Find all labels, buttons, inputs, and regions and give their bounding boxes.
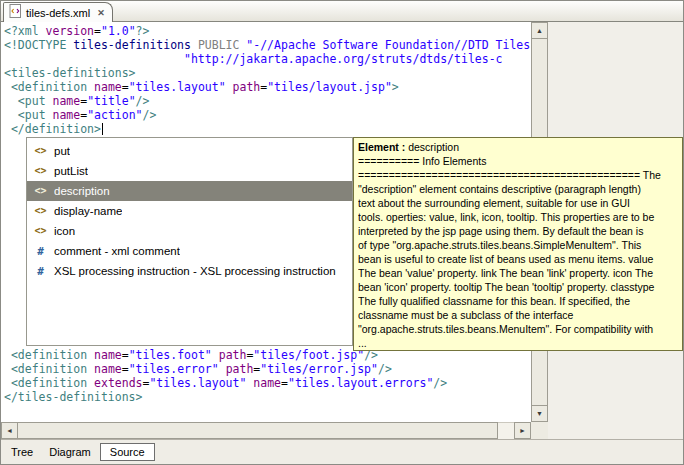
doc-line: bean 'icon' property. tooltip The bean '…: [358, 280, 678, 294]
completion-label: description: [54, 185, 110, 197]
code-line: <?xml version="1.0"?>: [4, 24, 531, 38]
xml-file-icon: [9, 4, 22, 22]
doc-line: ========================================…: [358, 168, 678, 182]
completion-label: XSL processing instruction - XSL process…: [54, 265, 336, 277]
code-line: <!DOCTYPE tiles-definitions PUBLIC "-//A…: [4, 38, 531, 52]
code-line: <put name="action"/>: [4, 108, 531, 122]
doc-line: bean is useful to create list of beans u…: [358, 252, 678, 266]
xml-element-icon: <>: [33, 226, 48, 236]
content-assist-popup: <>put<>putList<>description<>display-nam…: [26, 137, 353, 346]
completion-item[interactable]: <>display-name: [27, 201, 352, 221]
xml-element-icon: <>: [33, 146, 48, 156]
horizontal-scrollbar[interactable]: ◄ ►: [1, 422, 531, 439]
tab-diagram[interactable]: Diagram: [42, 444, 98, 460]
editor-page-tabs: TreeDiagramSource: [1, 439, 683, 464]
editor-tab-tiles-defs[interactable]: tiles-defs.xml ✕: [3, 2, 113, 22]
code-block-bottom: <definition name="tiles.foot" path="tile…: [4, 348, 447, 404]
completion-item[interactable]: #comment - xml comment: [27, 241, 352, 261]
code-line: <tiles-definitions>: [4, 66, 531, 80]
code-line: <definition extends="tiles.layout" name=…: [4, 376, 447, 390]
code-line: "http://jakarta.apache.org/struts/dtds/t…: [4, 52, 531, 66]
xml-element-icon: <>: [33, 186, 48, 196]
code-line: <definition name="tiles.layout" path="ti…: [4, 80, 531, 94]
completion-item[interactable]: #XSL processing instruction - XSL proces…: [27, 261, 352, 281]
completion-item[interactable]: <>putList: [27, 161, 352, 181]
doc-line: "description" element contains descripti…: [358, 182, 678, 196]
scroll-right-button[interactable]: ►: [514, 422, 531, 439]
editor-pane: tiles-defs.xml ✕ <?xml version="1.0"?><!…: [0, 0, 684, 465]
scroll-down-button[interactable]: ▼: [531, 405, 548, 422]
doc-line: text about the surrounding element, suit…: [358, 196, 678, 210]
xml-comment-icon: #: [33, 266, 48, 277]
code-line: <definition name="tiles.error" path="til…: [4, 362, 447, 376]
text-cursor: [102, 123, 103, 135]
doc-line: of type "org.apache.struts.tiles.beans.S…: [358, 238, 678, 252]
doc-line: "org.apache.struts.tiles.beans.MenuItem"…: [358, 322, 678, 336]
xml-element-icon: <>: [33, 206, 48, 216]
xml-element-icon: <>: [33, 166, 48, 176]
xml-comment-icon: #: [33, 246, 48, 257]
scroll-left-button[interactable]: ◄: [1, 422, 18, 439]
doc-line: tools. operties: value, link, icon, tool…: [358, 210, 678, 224]
documentation-tooltip: Element : description ========== Info El…: [353, 137, 683, 351]
completion-item[interactable]: <>icon: [27, 221, 352, 241]
doc-body: ========== Info Elements================…: [358, 154, 678, 350]
scrollbar-corner: [531, 422, 548, 439]
completion-label: putList: [54, 165, 88, 177]
tab-close-icon[interactable]: ✕: [97, 8, 105, 18]
completion-label: display-name: [54, 205, 122, 217]
tab-tree[interactable]: Tree: [4, 444, 40, 460]
completion-label: comment - xml comment: [54, 245, 180, 257]
completion-label: icon: [54, 225, 75, 237]
doc-title: Element : description: [358, 140, 678, 154]
doc-line: classname must be a subclass of the inte…: [358, 308, 678, 322]
doc-line: The bean 'value' property. link The bean…: [358, 266, 678, 280]
tab-source[interactable]: Source: [100, 443, 155, 461]
doc-line: ========== Info Elements: [358, 154, 678, 168]
completion-item[interactable]: <>put: [27, 141, 352, 161]
doc-line: The fully qualified classname for this b…: [358, 294, 678, 308]
code-block-top: <?xml version="1.0"?><!DOCTYPE tiles-def…: [4, 24, 531, 136]
tab-title: tiles-defs.xml: [26, 7, 90, 19]
doc-line: interpreted by the jsp page using them. …: [358, 224, 678, 238]
editor-tab-bar: tiles-defs.xml ✕: [1, 1, 683, 22]
code-line: </tiles-definitions>: [4, 390, 447, 404]
horizontal-scroll-thumb[interactable]: [17, 422, 498, 439]
completion-item[interactable]: <>description: [27, 181, 352, 201]
code-line: <put name="title"/>: [4, 94, 531, 108]
doc-title-value: description: [408, 141, 459, 153]
scroll-up-button[interactable]: ▲: [531, 22, 548, 39]
completion-label: put: [54, 145, 70, 157]
doc-title-label: Element :: [358, 141, 405, 153]
doc-line: ...: [358, 336, 678, 350]
code-line: </definition>: [4, 122, 531, 136]
